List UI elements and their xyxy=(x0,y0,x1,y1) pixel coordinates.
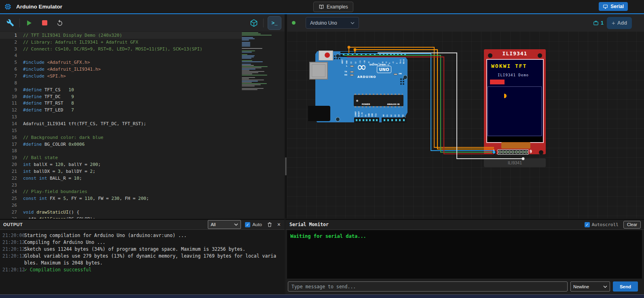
code-line[interactable]: 16// Background color: dark blue xyxy=(0,134,243,141)
ili9341-tft-display[interactable]: ILI9341 WOKWI TFT ILI9341 Demo xyxy=(484,49,546,154)
code-line[interactable]: 19// Ball state xyxy=(0,154,243,161)
tft-pin[interactable] xyxy=(518,151,521,153)
pin[interactable] xyxy=(386,53,389,56)
code-line[interactable]: 15 xyxy=(0,127,243,134)
clear-button[interactable]: Clear xyxy=(623,221,641,229)
pin[interactable] xyxy=(390,53,392,56)
send-button[interactable]: Send xyxy=(613,281,638,292)
minimap[interactable] xyxy=(242,32,280,216)
code-line[interactable]: 24// Play-field boundaries xyxy=(0,189,243,195)
pin[interactable] xyxy=(365,53,367,56)
pin[interactable] xyxy=(403,119,405,122)
pin[interactable] xyxy=(393,53,395,56)
trash-icon[interactable] xyxy=(267,222,272,227)
code-line[interactable]: 4 xyxy=(0,52,243,59)
digital-pin-header-a[interactable] xyxy=(340,52,378,57)
pin[interactable] xyxy=(391,119,393,122)
pin[interactable] xyxy=(342,53,345,56)
code-line[interactable]: 3// Connect: CS=10, DC/RS=9, RST=8, LED=… xyxy=(0,46,243,52)
pin[interactable] xyxy=(362,119,365,122)
code-line[interactable]: 7#include <SPI.h> xyxy=(0,73,243,80)
tft-pin-strip[interactable] xyxy=(498,149,528,155)
tft-pin[interactable] xyxy=(525,151,528,153)
pin[interactable] xyxy=(400,53,403,56)
board-select[interactable]: Arduino Uno xyxy=(306,17,359,29)
code-line[interactable]: 23 xyxy=(0,182,243,189)
power-pin-header[interactable] xyxy=(354,118,379,123)
code-line[interactable]: 1// TFT ILI9341 Display Demo (240x320) xyxy=(0,32,243,39)
tft-pin[interactable] xyxy=(522,151,524,153)
analog-pin-header[interactable] xyxy=(382,118,407,123)
code-line[interactable]: 17#define BG_COLOR 0x0006 xyxy=(0,141,243,148)
pin[interactable] xyxy=(355,119,358,122)
tft-pin[interactable] xyxy=(508,151,511,153)
pin[interactable] xyxy=(374,53,376,56)
pin[interactable] xyxy=(397,53,399,56)
examples-button[interactable]: Examples xyxy=(313,2,353,12)
line-ending-select[interactable]: Newline xyxy=(570,281,610,292)
run-button[interactable] xyxy=(24,18,34,28)
code-line[interactable]: 5#include <Adafruit_GFX.h> xyxy=(0,59,243,66)
code-line[interactable]: 26 xyxy=(0,202,243,209)
pin[interactable] xyxy=(399,119,401,122)
pin[interactable] xyxy=(395,119,397,122)
code-line[interactable]: 8 xyxy=(0,80,243,86)
code-line[interactable]: 25const int FX = 5, FY = 110, FW = 230, … xyxy=(0,195,243,202)
pin[interactable] xyxy=(351,53,354,56)
pin[interactable] xyxy=(379,53,381,56)
tft-pin[interactable] xyxy=(511,151,514,153)
code-line[interactable]: 10#define TFT_DC 9 xyxy=(0,93,243,100)
reset-button[interactable] xyxy=(319,50,333,61)
add-part-button[interactable]: + Add xyxy=(607,17,632,29)
code-line[interactable]: 14Adafruit_ILI9341 tft(TFT_CS, TFT_DC, T… xyxy=(0,120,243,127)
pin[interactable] xyxy=(372,119,375,122)
pin[interactable] xyxy=(376,119,378,122)
code-line[interactable]: 13 xyxy=(0,113,243,120)
wire-endpoint[interactable] xyxy=(354,48,357,51)
auto-checkbox[interactable]: ✓ xyxy=(245,222,250,227)
led-rx xyxy=(350,74,354,76)
tft-pin[interactable] xyxy=(498,151,501,153)
digital-pin-header-b[interactable] xyxy=(378,52,408,57)
code-line[interactable]: 12#define TFT_LED 7 xyxy=(0,107,243,113)
pin[interactable] xyxy=(382,53,385,56)
pin[interactable] xyxy=(404,53,406,56)
code-line[interactable]: 28 tft.fillScreen(BG_COLOR); xyxy=(0,216,243,218)
code-line[interactable]: 9#define TFT_CS 10 xyxy=(0,86,243,93)
code-line[interactable]: 27void drawStaticUI() { xyxy=(0,209,243,216)
pin[interactable] xyxy=(369,53,372,56)
tft-pin[interactable] xyxy=(502,151,505,153)
code-line[interactable]: 22const int BALL_R = 10; xyxy=(0,175,243,182)
code-line[interactable]: 21int ballDX = 3, ballDY = 2; xyxy=(0,168,243,175)
close-icon[interactable]: × xyxy=(277,221,281,228)
code-line[interactable]: 2// Library: Adafruit ILI9341 + Adafruit… xyxy=(0,39,243,46)
pin[interactable] xyxy=(347,53,349,56)
stop-button[interactable] xyxy=(39,18,50,28)
restart-button[interactable] xyxy=(55,18,65,28)
output-filter-select[interactable]: All xyxy=(208,220,241,229)
pin[interactable] xyxy=(387,119,389,122)
code-line[interactable]: 6#include <Adafruit_ILI9341.h> xyxy=(0,66,243,73)
wire-endpoint[interactable] xyxy=(348,46,351,49)
arduino-uno-board[interactable]: AREFGND1312~11~10~98 7~6~54~32TX→1RX←0 D… xyxy=(315,51,408,122)
pin[interactable] xyxy=(356,53,358,56)
wrench-icon[interactable] xyxy=(5,18,15,28)
code-line[interactable]: 20int ballX = 120, ballY = 200; xyxy=(0,161,243,168)
code-line[interactable]: 18 xyxy=(0,147,243,154)
pin[interactable] xyxy=(360,53,363,56)
pin[interactable] xyxy=(365,119,368,122)
editor-scrollbar[interactable] xyxy=(285,157,287,175)
serial-button[interactable]: Serial xyxy=(599,2,628,11)
code-editor[interactable]: 1// TFT ILI9341 Display Demo (240x320)2/… xyxy=(0,31,285,218)
pin[interactable] xyxy=(383,119,386,122)
diagram-canvas[interactable]: AREFGND1312~11~10~98 7~6~54~32TX→1RX←0 D… xyxy=(287,31,644,218)
pin[interactable] xyxy=(369,119,371,122)
autoscroll-checkbox[interactable]: ✓ xyxy=(585,222,590,227)
tft-pin[interactable] xyxy=(515,151,518,153)
code-line[interactable]: 11#define TFT_RST 8 xyxy=(0,100,243,107)
serial-message-input[interactable] xyxy=(288,281,568,292)
pin[interactable] xyxy=(359,119,361,122)
terminal-toggle-button[interactable]: >_ xyxy=(268,16,281,30)
view-3d-button[interactable] xyxy=(249,18,259,28)
tft-pin[interactable] xyxy=(505,151,508,153)
